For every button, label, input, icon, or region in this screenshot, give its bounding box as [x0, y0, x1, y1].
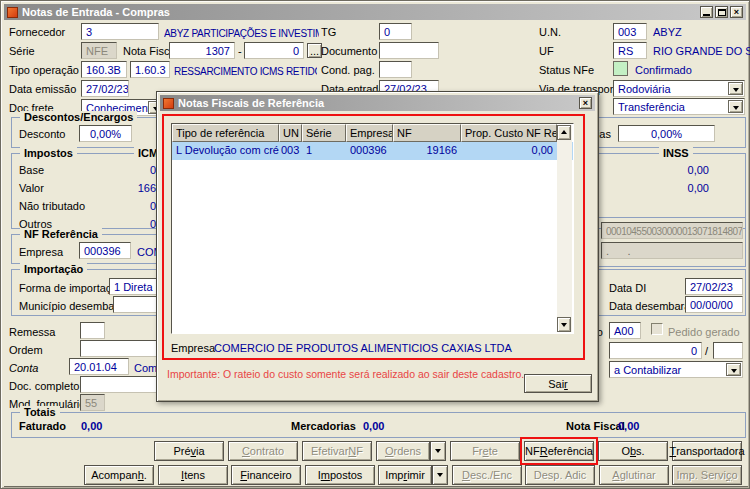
dialog-close-button[interactable]: × [579, 97, 592, 109]
imprimir-dropdown-arrow[interactable] [432, 465, 448, 485]
doc-completo-label: Doc. completo [9, 380, 79, 393]
imp-servico-button[interactable]: Imp. Serviço [672, 465, 742, 485]
browse-button[interactable]: ... [307, 43, 322, 58]
un-field[interactable]: 003 [613, 23, 647, 40]
table-header: Tipo de referência UN Série Empresa NF P… [172, 124, 573, 142]
remessa-field[interactable] [80, 322, 105, 339]
chevron-down-icon [435, 449, 441, 456]
documento-numero-field[interactable]: 0 [609, 342, 702, 359]
minimize-icon [703, 14, 710, 16]
numero-seq-field[interactable] [713, 342, 743, 359]
inss-column-title: INSS [659, 147, 693, 160]
transporte2-select[interactable]: Transferência [613, 98, 745, 115]
maximize-button[interactable] [715, 6, 728, 18]
warning-text: Importante: O rateio do custo somente se… [167, 368, 524, 380]
ordens-dropdown-arrow[interactable] [430, 441, 446, 461]
uf-field[interactable]: RS [613, 42, 647, 59]
desp-adic-button[interactable]: Desp. Adic [525, 465, 595, 485]
close-button[interactable]: × [730, 6, 743, 18]
remessa-label: Remessa [9, 326, 55, 339]
column-header[interactable]: Tipo de referência [172, 124, 279, 142]
data-di-label: Data DI [609, 282, 646, 295]
financeiro-button[interactable]: Financeiro [231, 465, 301, 485]
transportadora-button[interactable]: Transportadora [672, 441, 742, 461]
acompanh-button[interactable]: Acompanh. [84, 465, 154, 485]
nota-fiscal-seq-field[interactable]: 0 [244, 42, 304, 59]
mercadorias-label: Mercadorias [291, 420, 356, 433]
column-header[interactable]: Série [302, 124, 346, 142]
doc-completo-field[interactable] [80, 376, 164, 393]
base-inss-value: 0,00 [621, 164, 709, 177]
tipo-operacao-field2[interactable]: 1.60.3 [130, 61, 170, 78]
dropdown-arrow-icon[interactable] [728, 82, 743, 95]
dropdown-arrow-icon[interactable] [726, 363, 741, 376]
column-header[interactable]: Empresa [346, 124, 393, 142]
frete-button[interactable]: Frete [450, 441, 520, 461]
data-desembaraco-field[interactable]: 00/00/00 [685, 296, 743, 313]
column-header[interactable]: NF [393, 124, 461, 142]
impostos-button[interactable]: Impostos [305, 465, 375, 485]
valor-icms-value: 166 [71, 182, 156, 195]
chevron-down-icon [437, 473, 443, 480]
forma-importacao-label: Forma de importação [19, 282, 124, 295]
column-header[interactable]: UN [279, 124, 302, 142]
vertical-scrollbar[interactable] [557, 125, 572, 332]
dialog-empresa-label: Empresa [171, 342, 215, 355]
nota-fiscal-total-label: Nota Fiscal [566, 420, 625, 433]
tg-field[interactable]: 0 [379, 23, 412, 40]
previa-button[interactable]: Prévia [154, 441, 224, 461]
cell-tipo-referencia: L Devolução com crédito [172, 142, 279, 160]
groupbox-title: Totais [20, 406, 60, 419]
ordens-button[interactable]: Ordens [376, 441, 430, 461]
obs-button[interactable]: Obs. [598, 441, 668, 461]
ordem-field[interactable] [80, 340, 164, 357]
nota-fiscal-dash: - [238, 45, 242, 58]
minimize-button[interactable] [700, 6, 713, 18]
base-icms-value: 0 [71, 164, 156, 177]
efetivar-nf-button[interactable]: Efetivar NF [302, 441, 372, 461]
cell-nf: 19166 [393, 142, 461, 160]
aglutinar-button[interactable]: Aglutinar [599, 465, 669, 485]
contrato-button[interactable]: Contrato [228, 441, 298, 461]
pedido-gerado-checkbox[interactable] [651, 323, 663, 335]
fornecedor-field[interactable]: 3 [81, 23, 159, 40]
mercadorias-value: 0,00 [363, 420, 384, 433]
column-header[interactable]: Prop. Custo NF Ref. [461, 124, 557, 142]
contabilizar-select[interactable]: a Contabilizar [609, 361, 743, 378]
nota-fiscal-field[interactable]: 1307 [169, 42, 235, 59]
data-emissao-field[interactable]: 27/02/23 [81, 80, 129, 97]
desconto-field[interactable]: 0,00% [79, 125, 132, 142]
table-row[interactable]: L Devolução com crédito 003 1 000396 191… [172, 142, 573, 160]
groupbox-title: Descontos/Encargos [20, 111, 137, 124]
data-di-field[interactable]: 27/02/23 [685, 278, 743, 295]
status-nfe-indicator [613, 61, 628, 76]
imprimir-button[interactable]: Imprimir [378, 465, 432, 485]
base-label: Base [19, 164, 44, 177]
itens-button[interactable]: Itens [158, 465, 228, 485]
faturado-value: 0,00 [81, 420, 102, 433]
triangle-down-icon [561, 323, 567, 330]
tipo-operacao-field[interactable]: 160.3B [81, 61, 127, 78]
empresa-field[interactable]: 000396 [79, 242, 131, 259]
scroll-down-button[interactable] [557, 317, 571, 332]
nf-referencia-button[interactable]: NF Referência [524, 441, 594, 461]
cond-pag-field[interactable] [379, 61, 412, 78]
scroll-up-button[interactable] [557, 125, 571, 140]
sair-button[interactable]: Sair [524, 374, 592, 393]
despesas-acessorias-field[interactable]: 0,00% [618, 125, 715, 142]
cond-pag-label: Cond. pag. [321, 64, 375, 77]
dialog-empresa-value: COMERCIO DE PRODUTOS ALIMENTICIOS CAXIAS… [214, 342, 512, 355]
triangle-up-icon [561, 127, 567, 134]
conta-field[interactable]: 20.01.04 [69, 358, 129, 375]
via-transporte-select[interactable]: Rodoviária [613, 80, 745, 97]
close-icon: × [734, 8, 739, 17]
fornecedor-name: ABYZ PARTICIPAÇÕES E INVESTIMENTOS LTDA [164, 27, 319, 40]
status-nfe-label: Status NFe [539, 64, 594, 77]
referencia-table: Tipo de referência UN Série Empresa NF P… [171, 123, 574, 334]
main-window: Notas de Entrada - Compras × Fornecedor … [0, 0, 750, 489]
desc-enc-button[interactable]: Desc./Enc [452, 465, 522, 485]
dropdown-arrow-icon[interactable] [728, 100, 743, 113]
pedido-field[interactable]: A00 [609, 322, 641, 339]
documento-field[interactable] [379, 42, 439, 59]
serie-field: NFE [81, 42, 117, 59]
